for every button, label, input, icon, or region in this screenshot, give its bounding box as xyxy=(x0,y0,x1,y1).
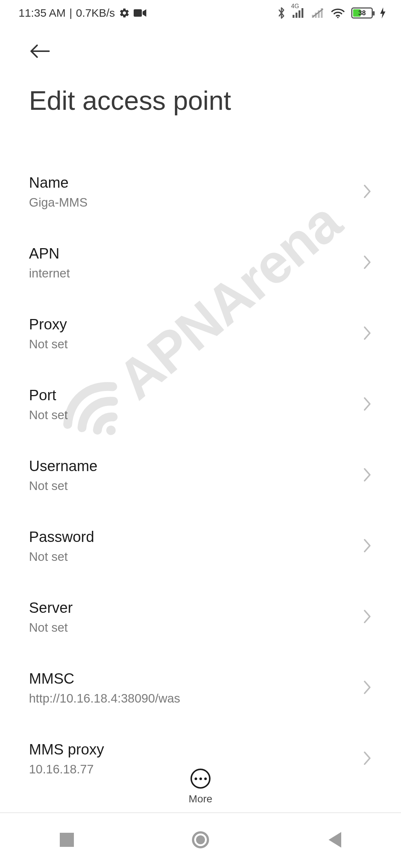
svg-rect-2 xyxy=(296,13,297,18)
arrow-left-icon xyxy=(30,44,50,60)
chevron-right-icon xyxy=(362,467,372,484)
row-value: Not set xyxy=(29,479,362,493)
battery-icon: 38 xyxy=(351,7,373,19)
row-label: Port xyxy=(29,387,362,404)
settings-list: Name Giga-MMS APN internet Proxy Not set… xyxy=(0,157,401,794)
row-value: Not set xyxy=(29,621,362,635)
svg-rect-0 xyxy=(134,9,142,17)
chevron-right-icon xyxy=(362,680,372,696)
row-value: Not set xyxy=(29,550,362,564)
chevron-right-icon xyxy=(362,538,372,555)
row-value: Not set xyxy=(29,337,362,351)
row-value: http://10.16.18.4:38090/was xyxy=(29,691,362,706)
row-value: internet xyxy=(29,266,362,280)
camera-icon xyxy=(134,9,146,17)
chevron-right-icon xyxy=(362,255,372,271)
more-button[interactable]: More xyxy=(0,769,401,805)
status-right: 4G 38 xyxy=(277,7,386,19)
row-label: Name xyxy=(29,174,362,191)
svg-rect-4 xyxy=(301,8,303,18)
row-apn[interactable]: APN internet xyxy=(29,227,372,298)
triangle-left-icon xyxy=(327,832,341,849)
charging-icon xyxy=(379,7,386,19)
nav-home-button[interactable] xyxy=(178,826,223,855)
row-label: MMS proxy xyxy=(29,741,362,758)
row-label: MMSC xyxy=(29,670,362,687)
row-label: APN xyxy=(29,245,362,262)
status-left: 11:35 AM | 0.7KB/s xyxy=(19,7,146,19)
circle-icon xyxy=(192,831,209,850)
chevron-right-icon xyxy=(362,326,372,342)
chevron-right-icon xyxy=(362,751,372,767)
row-password[interactable]: Password Not set xyxy=(29,511,372,582)
chevron-right-icon xyxy=(362,184,372,200)
more-icon xyxy=(190,769,211,789)
status-time: 11:35 AM xyxy=(19,7,66,19)
row-mmsc[interactable]: MMSC http://10.16.18.4:38090/was xyxy=(29,652,372,723)
svg-rect-3 xyxy=(299,10,300,18)
row-label: Password xyxy=(29,529,362,545)
status-bar: 11:35 AM | 0.7KB/s 4G 38 xyxy=(0,0,401,26)
chevron-right-icon xyxy=(362,397,372,413)
row-proxy[interactable]: Proxy Not set xyxy=(29,298,372,369)
nav-back-button[interactable] xyxy=(312,826,356,855)
gear-icon xyxy=(119,7,130,19)
chevron-right-icon xyxy=(362,609,372,625)
row-label: Server xyxy=(29,599,362,616)
svg-point-15 xyxy=(196,835,205,844)
row-value: Giga-MMS xyxy=(29,195,362,210)
row-port[interactable]: Port Not set xyxy=(29,369,372,440)
back-button[interactable] xyxy=(29,41,51,63)
more-label: More xyxy=(189,793,212,805)
status-separator: | xyxy=(69,7,72,19)
bluetooth-icon xyxy=(277,7,286,19)
row-label: Proxy xyxy=(29,316,362,333)
svg-point-10 xyxy=(337,17,339,18)
svg-marker-16 xyxy=(329,832,341,848)
row-username[interactable]: Username Not set xyxy=(29,440,372,511)
row-value: Not set xyxy=(29,408,362,422)
page-title: Edit access point xyxy=(29,85,372,116)
nav-recents-button[interactable] xyxy=(45,826,89,855)
row-name[interactable]: Name Giga-MMS xyxy=(29,157,372,227)
svg-rect-1 xyxy=(293,15,294,18)
nav-bar xyxy=(0,812,401,868)
header: Edit access point xyxy=(0,26,401,116)
signal-nosim-icon xyxy=(312,8,325,18)
row-server[interactable]: Server Not set xyxy=(29,582,372,652)
wifi-icon xyxy=(331,8,345,18)
signal-4g-icon: 4G xyxy=(293,8,305,18)
status-netspeed: 0.7KB/s xyxy=(76,7,115,19)
row-label: Username xyxy=(29,458,362,474)
square-icon xyxy=(60,833,74,848)
svg-rect-13 xyxy=(60,833,74,847)
